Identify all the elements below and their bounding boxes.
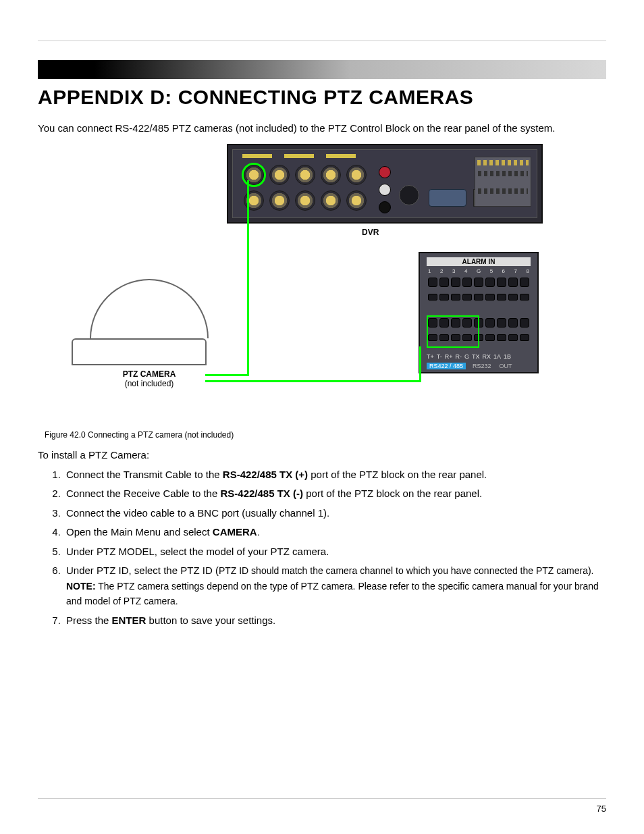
- bnc-grid: [244, 165, 369, 213]
- intro-text: You can connect RS-422/485 PTZ cameras (…: [38, 121, 606, 136]
- dvr-rear-panel: [227, 144, 543, 224]
- install-steps: Connect the Transmit Cable to the RS-422…: [38, 467, 606, 629]
- wire-data-h: [205, 380, 421, 382]
- alarm-in-block: ALARM IN 1234G5678 T+T-R+R-GTXRX1A1B RS4…: [419, 252, 539, 373]
- step-5: Under PTZ MODEL, select the model of you…: [63, 544, 606, 560]
- alarm-pin-labels: T+T-R+R-GTXRX1A1B: [427, 353, 531, 360]
- wire-video: [247, 180, 249, 376]
- step-3: Connect the video cable to a BNC port (u…: [63, 506, 606, 521]
- wire-video-h: [205, 374, 249, 376]
- step-6: Under PTZ ID, select the PTZ ID (PTZ ID …: [63, 563, 606, 609]
- rs422-485-highlight: [427, 315, 479, 348]
- ptz-camera-label: PTZ CAMERA: [72, 369, 227, 379]
- page-number: 75: [597, 804, 606, 814]
- top-rule: [38, 41, 606, 41]
- figure-caption: Figure 42.0 Connecting a PTZ camera (not…: [45, 430, 606, 440]
- dvr-inner: [232, 149, 537, 218]
- step-7: Press the ENTER button to save your sett…: [63, 613, 606, 629]
- vga-port: [429, 189, 466, 207]
- alarm-nums: 1234G5678: [428, 268, 529, 274]
- dvr-label: DVR: [362, 228, 379, 237]
- step-1: Connect the Transmit Cable to the RS-422…: [63, 467, 606, 483]
- alarm-bottom-labels: RS422 / 485RS232OUT: [427, 363, 531, 369]
- header-banner: [38, 60, 606, 79]
- ptz-camera-sublabel: (not included): [72, 379, 227, 388]
- page-title: APPENDIX D: CONNECTING PTZ CAMERAS: [38, 86, 606, 109]
- step-4: Open the Main Menu and select CAMERA.: [63, 525, 606, 540]
- wire-data-v: [419, 346, 421, 382]
- fan-icon: [399, 185, 419, 205]
- ptz-camera-illustration: PTZ CAMERA (not included): [72, 279, 227, 388]
- step-2: Connect the Receive Cable to the RS-422/…: [63, 486, 606, 502]
- bottom-rule: [38, 798, 606, 799]
- instructions-lead: To install a PTZ Camera:: [38, 449, 606, 461]
- terminal-block: [475, 157, 531, 207]
- figure-42: DVR ALARM IN 1234G5678 T+T-R+R-GTXRX1A1B…: [38, 144, 606, 427]
- alarm-title: ALARM IN: [427, 257, 531, 266]
